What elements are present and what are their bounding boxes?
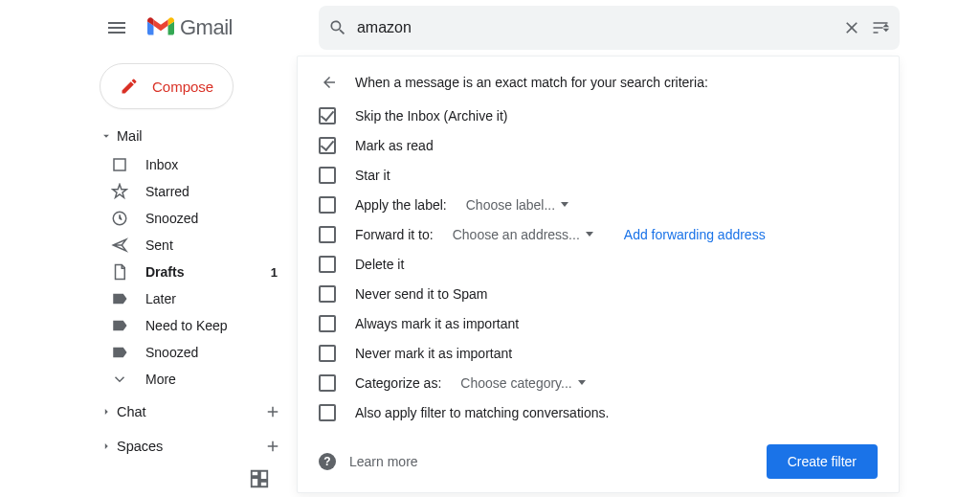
filter-checkbox[interactable] [319, 285, 336, 303]
gmail-logo[interactable]: Gmail [147, 15, 233, 40]
gmail-logo-text: Gmail [180, 15, 233, 40]
filter-option-label: Apply the label: [355, 197, 447, 213]
gmail-logo-icon [147, 17, 174, 38]
sidebar-item-drafts[interactable]: Drafts 1 [90, 259, 297, 285]
filter-option-0: Skip the Inbox (Archive it) [319, 101, 878, 130]
filter-option-label: Skip the Inbox (Archive it) [355, 108, 508, 124]
filter-checkbox[interactable] [319, 404, 336, 421]
filter-panel: When a message is an exact match for you… [297, 56, 900, 493]
filter-checkbox[interactable] [319, 226, 336, 243]
filter-header-text: When a message is an exact match for you… [355, 75, 708, 90]
filter-option-label: Categorize as: [355, 375, 441, 391]
sidebar: Compose Mail Inbox Starred Snoozed Sent [90, 56, 297, 497]
section-spaces[interactable]: Spaces [90, 431, 297, 462]
search-input[interactable] [357, 19, 833, 36]
plus-icon[interactable] [264, 403, 281, 420]
filter-option-2: Star it [319, 160, 878, 190]
sidebar-item-more[interactable]: More [90, 366, 297, 393]
filter-checkbox[interactable] [319, 167, 336, 184]
sidebar-item-inbox[interactable]: Inbox [90, 151, 297, 178]
sidebar-item-snoozed-label[interactable]: Snoozed [90, 339, 297, 366]
filter-option-label: Star it [355, 168, 390, 183]
sidebar-item-starred[interactable]: Starred [90, 178, 297, 205]
draft-icon [111, 263, 128, 281]
filter-option-5: Delete it [319, 249, 878, 279]
filter-option-label: Delete it [355, 257, 404, 272]
filter-option-4: Forward it to:Choose an address...Add fo… [319, 219, 878, 249]
filter-option-label: Also apply filter to matching conversati… [355, 405, 609, 420]
sidebar-item-need-to-keep[interactable]: Need to Keep [90, 312, 297, 339]
sidebar-item-sent[interactable]: Sent [90, 232, 297, 259]
drafts-count: 1 [271, 265, 278, 280]
send-icon [111, 237, 128, 254]
search-icon[interactable] [328, 18, 347, 37]
search-bar [319, 6, 900, 50]
star-icon [111, 183, 128, 200]
pencil-icon [120, 77, 139, 96]
filter-option-select[interactable]: Choose an address... [453, 227, 593, 242]
compose-button[interactable]: Compose [100, 63, 234, 109]
filter-checkbox[interactable] [319, 256, 336, 273]
label-icon [111, 317, 128, 334]
add-forwarding-link[interactable]: Add forwarding address [624, 227, 766, 242]
label-icon [111, 290, 128, 307]
filter-option-label: Never mark it as important [355, 346, 512, 361]
filter-checkbox[interactable] [319, 137, 336, 154]
plus-icon[interactable] [264, 438, 281, 455]
filter-option-label: Never send it to Spam [355, 286, 488, 302]
search-options-icon[interactable] [871, 18, 890, 37]
filter-option-3: Apply the label:Choose label... [319, 190, 878, 219]
back-arrow-icon[interactable] [321, 74, 338, 91]
dropdown-triangle-icon [578, 380, 586, 385]
caret-down-icon [100, 129, 113, 143]
filter-checkbox[interactable] [319, 315, 336, 332]
filter-option-select[interactable]: Choose label... [466, 197, 568, 213]
filter-checkbox[interactable] [319, 196, 336, 214]
filter-checkbox[interactable] [319, 345, 336, 362]
filter-option-1: Mark as read [319, 130, 878, 160]
help-icon[interactable]: ? [319, 453, 336, 470]
label-icon [111, 344, 128, 361]
dropdown-triangle-icon [586, 232, 593, 237]
compose-label: Compose [152, 79, 213, 95]
filter-option-8: Never mark it as important [319, 338, 878, 368]
filter-option-10: Also apply filter to matching conversati… [319, 397, 878, 427]
dropdown-triangle-icon [561, 202, 568, 207]
inbox-icon [111, 156, 128, 173]
learn-more-link[interactable]: Learn more [349, 454, 418, 469]
menu-icon[interactable] [105, 16, 128, 39]
chevron-down-icon [111, 371, 128, 388]
create-filter-button[interactable]: Create filter [767, 444, 878, 479]
filter-option-label: Forward it to: [355, 227, 434, 242]
sidebar-item-later[interactable]: Later [90, 285, 297, 312]
filter-option-label: Always mark it as important [355, 316, 519, 331]
caret-right-icon [100, 440, 113, 453]
section-chat[interactable]: Chat [90, 396, 297, 427]
clock-icon [111, 210, 128, 227]
grid-icon[interactable] [249, 468, 270, 489]
sidebar-item-snoozed[interactable]: Snoozed [90, 205, 297, 232]
filter-option-6: Never send it to Spam [319, 279, 878, 308]
filter-option-9: Categorize as:Choose category... [319, 368, 878, 397]
filter-checkbox[interactable] [319, 374, 336, 392]
caret-right-icon [100, 405, 113, 418]
filter-option-select[interactable]: Choose category... [460, 375, 585, 391]
clear-search-icon[interactable] [842, 18, 861, 37]
filter-checkbox[interactable] [319, 107, 336, 124]
section-mail[interactable]: Mail [90, 121, 297, 151]
filter-option-7: Always mark it as important [319, 308, 878, 338]
filter-option-label: Mark as read [355, 138, 434, 153]
